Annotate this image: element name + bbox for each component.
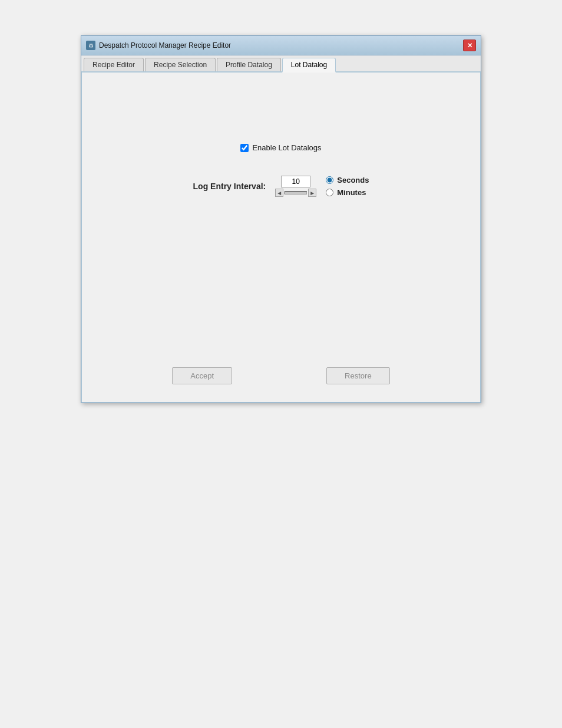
window-title: Despatch Protocol Manager Recipe Editor bbox=[99, 41, 231, 50]
enable-section: Enable Lot Datalogs bbox=[94, 143, 468, 152]
app-icon: ⚙ bbox=[86, 41, 95, 50]
title-bar: ⚙ Despatch Protocol Manager Recipe Edito… bbox=[81, 36, 481, 55]
enable-lot-datalogs-label[interactable]: Enable Lot Datalogs bbox=[240, 143, 321, 152]
title-bar-left: ⚙ Despatch Protocol Manager Recipe Edito… bbox=[86, 41, 231, 50]
interval-section: Log Entry Interval: 10 ◄ ► Seconds Minut… bbox=[94, 176, 468, 197]
seconds-label: Seconds bbox=[337, 176, 369, 185]
tab-bar: Recipe Editor Recipe Selection Profile D… bbox=[81, 55, 481, 73]
spinner-track: ◄ ► bbox=[275, 189, 316, 197]
restore-button[interactable]: Restore bbox=[326, 367, 390, 384]
seconds-radio-label[interactable]: Seconds bbox=[326, 176, 369, 185]
accept-button[interactable]: Accept bbox=[172, 367, 232, 384]
unit-radio-group: Seconds Minutes bbox=[326, 176, 369, 197]
close-button[interactable]: ✕ bbox=[463, 39, 476, 51]
spinner-increase-button[interactable]: ► bbox=[308, 189, 316, 197]
minutes-radio[interactable] bbox=[326, 189, 333, 196]
seconds-radio[interactable] bbox=[326, 176, 333, 184]
minutes-label: Minutes bbox=[337, 188, 366, 197]
enable-lot-datalogs-checkbox[interactable] bbox=[240, 144, 249, 152]
content-area: Enable Lot Datalogs Log Entry Interval: … bbox=[81, 73, 481, 403]
tab-profile-datalog[interactable]: Profile Datalog bbox=[217, 58, 281, 71]
minutes-radio-label[interactable]: Minutes bbox=[326, 188, 369, 197]
interval-label: Log Entry Interval: bbox=[193, 182, 266, 191]
tab-lot-datalog[interactable]: Lot Datalog bbox=[282, 58, 336, 73]
tab-recipe-selection[interactable]: Recipe Selection bbox=[145, 58, 216, 71]
tab-recipe-editor[interactable]: Recipe Editor bbox=[84, 58, 144, 71]
interval-slider[interactable] bbox=[285, 191, 307, 195]
bottom-buttons: Accept Restore bbox=[94, 350, 468, 390]
interval-value[interactable]: 10 bbox=[281, 176, 310, 187]
main-window: ⚙ Despatch Protocol Manager Recipe Edito… bbox=[81, 35, 481, 403]
interval-spinner: 10 ◄ ► bbox=[275, 176, 316, 197]
enable-lot-datalogs-text: Enable Lot Datalogs bbox=[252, 143, 321, 152]
spinner-decrease-button[interactable]: ◄ bbox=[275, 189, 283, 197]
